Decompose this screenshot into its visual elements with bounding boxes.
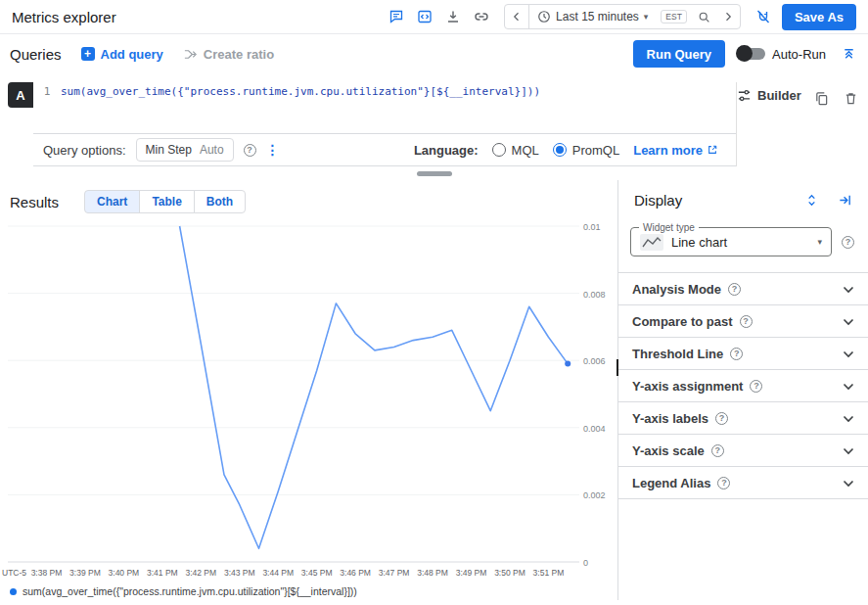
- more-options-icon[interactable]: ⋮: [266, 142, 280, 158]
- help-icon[interactable]: ?: [728, 283, 741, 296]
- section-label: Y-axis scale: [632, 443, 705, 458]
- tab-both[interactable]: Both: [194, 190, 246, 213]
- section-y-axis-labels[interactable]: Y-axis labels ?: [618, 402, 868, 435]
- section-analysis-mode[interactable]: Analysis Mode ?: [618, 273, 868, 305]
- learn-more-link[interactable]: Learn more: [633, 143, 718, 158]
- add-query-button[interactable]: + Add query: [81, 47, 163, 62]
- help-icon[interactable]: ?: [717, 477, 730, 489]
- language-option-mql[interactable]: MQL: [492, 143, 539, 158]
- collapse-panel-right-icon[interactable]: [835, 190, 854, 209]
- builder-toggle-button[interactable]: Builder: [737, 88, 801, 103]
- language-selector: Language: MQL PromQL Learn more: [414, 143, 726, 158]
- legend-series-label: sum(avg_over_time({"process.runtime.jvm.…: [23, 585, 357, 597]
- chart-legend[interactable]: sum(avg_over_time({"process.runtime.jvm.…: [10, 585, 357, 597]
- y-axis-tick-label: 0.004: [583, 424, 606, 434]
- save-as-label: Save As: [795, 10, 844, 24]
- page-title: Metrics explorer: [12, 9, 116, 25]
- y-axis-tick-label: 0.006: [583, 356, 606, 366]
- section-threshold-line[interactable]: Threshold Line ?: [618, 338, 868, 370]
- display-heading: Display: [634, 192, 682, 209]
- query-options-label: Query options:: [43, 143, 126, 158]
- x-axis-tick-label: 3:41 PM: [147, 568, 178, 578]
- section-label: Compare to past: [632, 314, 733, 329]
- help-icon[interactable]: ?: [715, 412, 728, 425]
- help-icon[interactable]: ?: [730, 348, 743, 360]
- line-chart-icon: [640, 234, 663, 251]
- widget-type-row: Widget type Line chart ▾ ?: [630, 227, 854, 256]
- help-icon[interactable]: ?: [244, 144, 256, 157]
- link-icon[interactable]: [472, 7, 491, 26]
- widget-type-select[interactable]: Widget type Line chart ▾: [630, 227, 832, 256]
- caret-down-icon: ▾: [817, 238, 822, 247]
- section-label: Threshold Line: [632, 347, 723, 361]
- language-option-promql[interactable]: PromQL: [553, 143, 619, 158]
- results-view-tabs: Chart Table Both: [84, 190, 246, 213]
- chevron-down-icon: [843, 280, 854, 298]
- widget-type-field-label: Widget type: [639, 222, 699, 233]
- queries-toolbar: Queries + Add query Create ratio Run Que…: [0, 34, 868, 73]
- tab-table[interactable]: Table: [139, 190, 194, 213]
- x-axis-tick-label: 3:49 PM: [456, 568, 487, 578]
- feedback-icon[interactable]: [387, 7, 406, 26]
- top-app-bar: Metrics explorer Last 15 minutes ▾: [0, 0, 868, 34]
- section-label: Y-axis labels: [632, 411, 708, 426]
- unfold-more-icon[interactable]: [801, 190, 821, 209]
- results-header: Results Chart Table Both: [0, 180, 617, 221]
- time-back-button[interactable]: [505, 5, 529, 28]
- promql-query-text[interactable]: sum(avg_over_time({"process.runtime.jvm.…: [61, 82, 540, 133]
- section-legend-alias[interactable]: Legend Alias ?: [618, 467, 868, 499]
- section-y-axis-scale[interactable]: Y-axis scale ?: [618, 435, 868, 467]
- copy-query-icon[interactable]: [813, 88, 831, 108]
- chevron-down-icon: [843, 377, 854, 395]
- y-axis-labels: 00.0020.0040.0060.0080.01: [583, 225, 617, 566]
- auto-run-toggle[interactable]: Auto-Run: [738, 47, 826, 62]
- chevron-down-icon: [843, 474, 854, 491]
- help-icon[interactable]: ?: [842, 236, 854, 249]
- download-icon[interactable]: [443, 7, 463, 26]
- section-label: Analysis Mode: [632, 282, 721, 297]
- delete-query-icon[interactable]: [843, 88, 860, 108]
- line-chart-plot[interactable]: [8, 225, 579, 566]
- y-axis-tick-label: 0.002: [583, 490, 606, 500]
- add-query-label: Add query: [101, 47, 163, 62]
- clock-icon: [537, 10, 551, 23]
- min-step-chip[interactable]: Min Step Auto: [136, 138, 234, 162]
- chart-area: 00.0020.0040.0060.0080.01 UTC-53:38 PM3:…: [0, 221, 617, 600]
- promql-label: PromQL: [572, 143, 619, 158]
- section-y-axis-assignment[interactable]: Y-axis assignment ?: [618, 370, 868, 402]
- display-panel: Display Widget type Line chart ▾ ?: [618, 180, 868, 600]
- code-editor[interactable]: 1 sum(avg_over_time({"process.runtime.jv…: [33, 82, 736, 133]
- query-letter-badge[interactable]: A: [8, 82, 33, 108]
- run-query-button[interactable]: Run Query: [633, 40, 725, 68]
- code-view-icon[interactable]: [415, 7, 434, 26]
- resize-drag-handle[interactable]: [417, 171, 452, 176]
- help-icon[interactable]: ?: [750, 380, 762, 393]
- time-range-control: Last 15 minutes ▾ EST: [504, 4, 741, 29]
- save-as-button[interactable]: Save As: [782, 4, 856, 30]
- help-icon[interactable]: ?: [740, 315, 753, 328]
- timezone-badge[interactable]: EST: [661, 10, 687, 23]
- panel-resize-handle[interactable]: [617, 359, 618, 376]
- create-ratio-button[interactable]: Create ratio: [183, 47, 274, 62]
- time-search-button[interactable]: [692, 5, 716, 28]
- x-axis-tick-label: 3:39 PM: [69, 568, 101, 578]
- collapse-queries-icon[interactable]: [839, 44, 858, 64]
- x-axis-labels: UTC-53:38 PM3:39 PM3:40 PM3:41 PM3:42 PM…: [0, 568, 618, 580]
- queries-heading: Queries: [10, 46, 62, 63]
- external-link-icon: [707, 144, 718, 156]
- x-axis-tick-label: 3:42 PM: [185, 568, 216, 578]
- tab-chart[interactable]: Chart: [84, 190, 140, 213]
- panel-divider: [8, 166, 860, 180]
- toggle-track: [738, 48, 765, 60]
- magnet-off-icon[interactable]: [754, 7, 773, 26]
- x-axis-tick-label: 3:43 PM: [224, 568, 255, 578]
- x-axis-tick-label: 3:38 PM: [31, 568, 63, 578]
- results-pane: Results Chart Table Both 00.0020.0040.00…: [0, 180, 618, 600]
- time-range-dropdown[interactable]: Last 15 minutes ▾: [529, 5, 656, 28]
- x-axis-tick-label: 3:48 PM: [417, 568, 448, 578]
- language-label: Language:: [414, 143, 479, 158]
- queries-actions: Run Query Auto-Run: [633, 40, 858, 68]
- help-icon[interactable]: ?: [711, 444, 724, 457]
- time-forward-button[interactable]: [716, 5, 740, 28]
- section-compare-to-past[interactable]: Compare to past ?: [618, 305, 868, 338]
